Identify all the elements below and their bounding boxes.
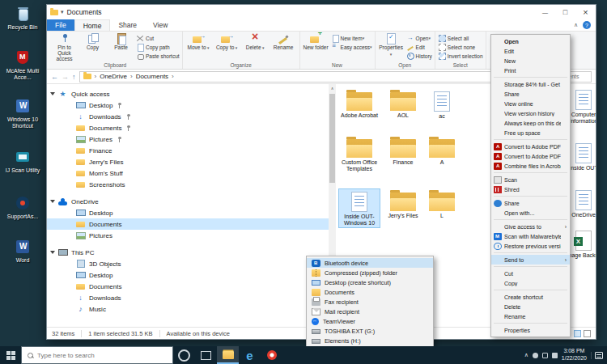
- context-menu-item[interactable]: Create shortcut: [491, 292, 570, 302]
- properties-button[interactable]: Properties: [378, 32, 405, 61]
- delete-button[interactable]: Delete: [242, 32, 269, 61]
- context-menu-item[interactable]: Scan: [491, 175, 570, 184]
- nav-3d-objects[interactable]: 3D Objects: [47, 258, 336, 269]
- minimize-button[interactable]: [535, 5, 555, 19]
- nav-documents[interactable]: Documents: [47, 122, 336, 133]
- edge-button[interactable]: [239, 346, 261, 364]
- history-button[interactable]: History: [406, 52, 432, 60]
- address-bar[interactable]: OneDrive Documents: [79, 71, 506, 83]
- close-button[interactable]: [575, 5, 596, 19]
- new-folder-button[interactable]: New folder: [303, 32, 329, 61]
- thumbnails-view-button[interactable]: [584, 330, 591, 337]
- send-to-item[interactable]: TOSHIBA EXT (G:): [307, 326, 433, 336]
- file-item[interactable]: L: [422, 189, 462, 220]
- context-menu-item[interactable]: New: [491, 56, 570, 66]
- nav-pc-desktop[interactable]: Desktop: [47, 269, 336, 281]
- nav-moms-stuff[interactable]: Mom's Stuff: [47, 167, 336, 179]
- copy-path-button[interactable]: Copy path: [136, 43, 180, 51]
- nav-onedrive-desktop[interactable]: Desktop: [47, 207, 336, 218]
- select-all-button[interactable]: Select all: [438, 34, 483, 42]
- nav-quick-access[interactable]: Quick access: [47, 88, 336, 99]
- context-menu-item[interactable]: Send to: [491, 255, 570, 265]
- invert-selection-button[interactable]: Invert selection: [438, 52, 483, 60]
- file-item[interactable]: ac: [422, 89, 462, 121]
- easy-access-button[interactable]: Easy access: [331, 43, 372, 51]
- nav-pc-downloads[interactable]: Downloads: [47, 292, 336, 303]
- context-menu-item[interactable]: Share: [491, 198, 570, 208]
- nav-onedrive-pictures[interactable]: Pictures: [47, 230, 336, 241]
- scrollbar-thumb[interactable]: [329, 94, 335, 183]
- copy-to-button[interactable]: Copy to: [214, 32, 240, 61]
- context-menu-item[interactable]: Storage 84% full - Get more: [491, 79, 570, 89]
- context-menu-item[interactable]: Delete: [491, 302, 570, 311]
- context-menu-item[interactable]: Free up space: [491, 128, 570, 138]
- nav-pictures[interactable]: Pictures: [47, 133, 336, 145]
- nav-finance[interactable]: Finance: [47, 145, 336, 156]
- context-menu-item[interactable]: Copy: [491, 278, 570, 288]
- context-menu-item[interactable]: Give access to: [491, 222, 570, 231]
- nav-desktop[interactable]: Desktop: [47, 99, 336, 111]
- up-button[interactable]: [72, 73, 76, 81]
- file-item[interactable]: Custom Office Templates: [339, 136, 380, 173]
- start-button[interactable]: [0, 346, 21, 364]
- nav-onedrive-documents[interactable]: Documents: [47, 218, 336, 230]
- context-menu-item[interactable]: Cut: [491, 269, 570, 278]
- context-menu-item[interactable]: Rename: [491, 311, 570, 321]
- cortana-button[interactable]: [173, 346, 195, 364]
- context-menu-item[interactable]: Edit: [491, 46, 570, 56]
- send-to-item[interactable]: Bluetooth device: [307, 258, 433, 268]
- file-item[interactable]: Adobe Acrobat: [339, 89, 380, 120]
- move-to-button[interactable]: Move to: [185, 32, 212, 61]
- open-button[interactable]: Open: [406, 34, 432, 42]
- context-menu-item[interactable]: Open with...: [491, 208, 570, 218]
- context-menu-item[interactable]: Convert to Adobe PDF: [491, 142, 570, 151]
- context-menu-item[interactable]: Print: [491, 66, 570, 75]
- taskbar-search-input[interactable]: [36, 351, 168, 360]
- nav-screenshots[interactable]: Screenshots: [47, 179, 336, 190]
- file-item[interactable]: Finance: [383, 136, 423, 167]
- rename-button[interactable]: Rename: [270, 32, 297, 61]
- forward-button[interactable]: [62, 73, 69, 81]
- tab-view[interactable]: View: [145, 19, 176, 31]
- context-menu-item[interactable]: Properties: [491, 325, 570, 335]
- desktop-icon-word[interactable]: Word: [2, 239, 43, 264]
- desktop-icon-recycle-bin[interactable]: Recycle Bin: [2, 6, 43, 31]
- app-red-button[interactable]: [261, 346, 282, 364]
- nav-this-pc[interactable]: This PC: [47, 247, 336, 258]
- pin-to-quick-access-button[interactable]: Pin to Quick access: [51, 32, 78, 61]
- desktop-icon-windows10-shortcut[interactable]: Windows 10 Shortcut: [2, 99, 43, 129]
- new-item-button[interactable]: New item: [331, 34, 372, 42]
- context-menu-item[interactable]: Share: [491, 89, 570, 99]
- tab-home[interactable]: Home: [74, 19, 111, 31]
- scrollbar-up-icon[interactable]: [329, 84, 336, 92]
- show-hidden-icons-button[interactable]: [524, 352, 528, 358]
- file-item[interactable]: A: [422, 136, 462, 167]
- tray-icon[interactable]: [552, 353, 558, 358]
- context-menu-item[interactable]: View online: [491, 99, 570, 108]
- nav-downloads[interactable]: Downloads: [47, 111, 336, 122]
- file-item[interactable]: AOL: [383, 89, 423, 120]
- nav-jerrys-files[interactable]: Jerry's Files: [47, 156, 336, 167]
- context-menu-item[interactable]: Scan with Malwarebytes: [491, 231, 570, 241]
- select-none-button[interactable]: Select none: [438, 43, 483, 51]
- quick-access-toolbar-arrow-icon[interactable]: [61, 9, 64, 15]
- send-to-item[interactable]: Mail recipient: [307, 307, 433, 316]
- breadcrumb-documents[interactable]: Documents: [136, 73, 168, 80]
- task-view-button[interactable]: [195, 346, 217, 364]
- context-menu-item[interactable]: Restore previous versions: [491, 241, 570, 251]
- file-item[interactable]: Jerry's Files: [383, 189, 423, 220]
- details-view-button[interactable]: [574, 330, 581, 337]
- context-menu-item[interactable]: Convert to Adobe PDF and EMail: [491, 151, 570, 161]
- action-center-button[interactable]: [591, 352, 605, 359]
- clock[interactable]: 3:08 PM 1/22/2020: [562, 348, 587, 362]
- collapse-ribbon-icon[interactable]: [574, 22, 578, 28]
- edit-button[interactable]: Edit: [406, 43, 432, 51]
- send-to-item[interactable]: Desktop (create shortcut): [307, 277, 433, 287]
- tab-file[interactable]: File: [47, 19, 74, 31]
- send-to-item[interactable]: Documents: [307, 287, 433, 297]
- breadcrumb-onedrive[interactable]: OneDrive: [100, 73, 127, 80]
- file-item[interactable]: Inside OUT-Windows 10: [339, 189, 380, 227]
- send-to-item[interactable]: TeamViewer: [307, 316, 433, 326]
- tray-icon[interactable]: [542, 353, 548, 358]
- send-to-item[interactable]: Fax recipient: [307, 297, 433, 307]
